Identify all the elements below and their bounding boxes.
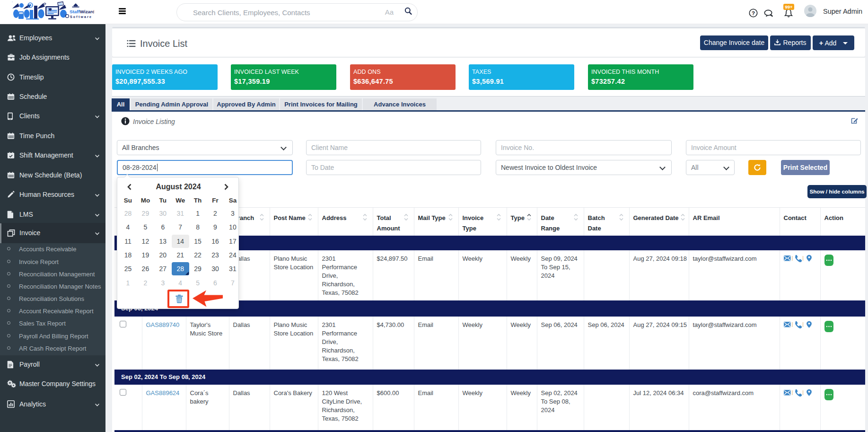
svg-text:?: ? bbox=[752, 10, 755, 16]
svg-text:StaffWizard: StaffWizard bbox=[70, 9, 94, 14]
svg-text:Software: Software bbox=[70, 15, 92, 18]
